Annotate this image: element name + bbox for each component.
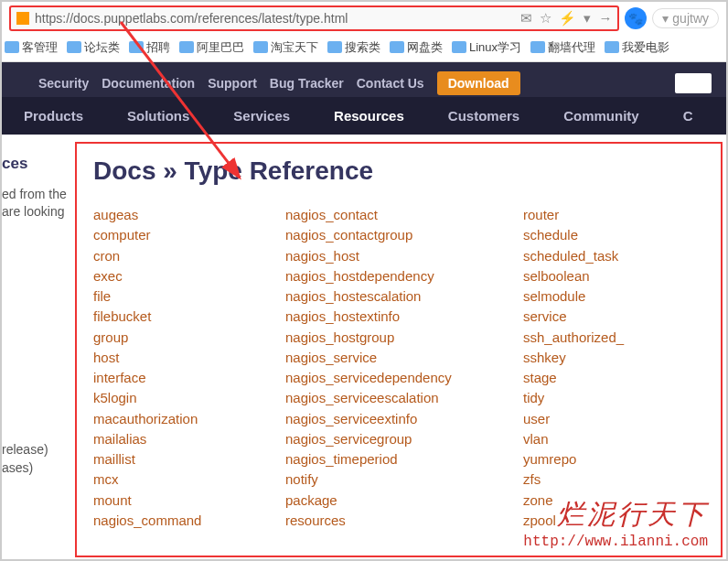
type-link[interactable]: macauthorization (93, 410, 285, 428)
search-input[interactable] (675, 73, 712, 93)
bookmark-item[interactable]: 网盘类 (387, 39, 445, 56)
bookmark-item[interactable]: 搜索类 (325, 39, 383, 56)
type-link[interactable]: selmodule (523, 287, 669, 306)
folder-icon (390, 41, 404, 53)
type-link[interactable]: computer (93, 226, 285, 244)
type-link[interactable]: exec (93, 267, 285, 286)
type-link[interactable]: nagios_hostextinfo (285, 307, 523, 326)
main-nav: ProductsSolutionsServicesResourcesCustom… (2, 97, 726, 135)
bookmark-item[interactable]: Linux学习 (449, 39, 524, 56)
type-link[interactable]: nagios_servicedependency (285, 369, 523, 387)
user-menu[interactable]: ▾ gujtwy (652, 8, 719, 28)
type-link[interactable]: file (93, 287, 285, 306)
type-link[interactable]: maillist (93, 450, 285, 469)
topnav-link[interactable]: Security (38, 76, 89, 91)
type-link[interactable]: ssh_authorized_ (523, 329, 669, 347)
folder-icon (530, 41, 545, 53)
bookmarks-bar: 客管理论坛类招聘阿里巴巴淘宝天下搜索类网盘类Linux学习翻墙代理我爱电影 (2, 35, 726, 62)
top-nav: Security Documentation Support Bug Track… (2, 62, 726, 97)
mainnav-item[interactable]: Services (211, 97, 312, 135)
url-text: https://docs.puppetlabs.com/references/l… (35, 11, 520, 26)
bookmark-item[interactable]: 阿里巴巴 (177, 39, 247, 56)
url-input-wrapper[interactable]: https://docs.puppetlabs.com/references/l… (9, 5, 619, 31)
type-link[interactable]: nagios_hostgroup (285, 329, 523, 347)
site-header: Security Documentation Support Bug Track… (2, 62, 726, 135)
type-link[interactable]: tidy (523, 389, 669, 407)
type-link[interactable]: nagios_contact (285, 206, 523, 224)
bookmark-label: 阿里巴巴 (197, 39, 244, 56)
type-link[interactable]: scheduled_task (523, 247, 669, 265)
type-link[interactable]: router (523, 206, 669, 224)
bookmark-item[interactable]: 论坛类 (64, 39, 123, 56)
topnav-link[interactable]: Contact Us (357, 76, 424, 91)
type-link[interactable]: zfs (523, 470, 669, 489)
watermark-url: http://www.ilanni.com (523, 534, 708, 550)
type-link[interactable]: nagios_serviceescalation (285, 389, 523, 407)
sidebar-heading: ces (2, 153, 68, 175)
type-link[interactable]: schedule (523, 226, 669, 244)
type-link[interactable]: notify (285, 470, 523, 489)
bookmark-item[interactable]: 淘宝天下 (251, 39, 321, 56)
sidebar-text: ed from the (2, 186, 68, 204)
topnav-link[interactable]: Bug Tracker (270, 76, 344, 91)
mainnav-item[interactable]: Customers (426, 97, 541, 135)
folder-icon (452, 41, 466, 53)
mainnav-item[interactable]: Solutions (105, 97, 211, 135)
type-link[interactable]: k5login (93, 389, 285, 407)
type-link[interactable]: group (93, 329, 285, 347)
type-link[interactable]: filebucket (93, 307, 285, 326)
type-link[interactable]: yumrepo (523, 450, 669, 469)
type-link[interactable]: mcx (93, 470, 285, 489)
sidebar-text: release) (2, 441, 68, 459)
bookmark-label: 论坛类 (84, 39, 120, 56)
type-link[interactable]: interface (93, 369, 285, 387)
type-link[interactable]: nagios_servicegroup (285, 430, 523, 448)
download-button[interactable]: Download (437, 71, 520, 95)
type-link[interactable]: nagios_host (285, 247, 523, 265)
type-link[interactable]: stage (523, 369, 669, 387)
bookmark-item[interactable]: 招聘 (126, 39, 173, 56)
type-link[interactable]: nagios_hostdependency (285, 267, 523, 286)
type-link[interactable]: mount (93, 491, 285, 510)
sidebar-text: are looking (2, 203, 68, 221)
type-link[interactable]: package (285, 491, 523, 510)
type-link[interactable]: nagios_hostescalation (285, 287, 523, 306)
mainnav-item[interactable]: Resources (312, 97, 426, 135)
type-link[interactable]: nagios_service (285, 349, 523, 367)
watermark: 烂泥行天下 http://www.ilanni.com (523, 496, 708, 550)
type-link[interactable]: mailalias (93, 430, 285, 448)
type-link[interactable]: selboolean (523, 267, 669, 286)
type-link[interactable]: resources (285, 512, 523, 530)
mainnav-item[interactable]: C (661, 97, 715, 135)
type-link[interactable]: vlan (523, 430, 669, 448)
go-arrow-icon[interactable]: → (598, 10, 612, 27)
type-link[interactable]: nagios_contactgroup (285, 226, 523, 244)
bookmark-item[interactable]: 我爱电影 (602, 39, 672, 56)
star-icon[interactable]: ☆ (540, 10, 551, 27)
type-link[interactable]: nagios_command (93, 512, 285, 530)
mainnav-item[interactable]: Products (2, 97, 105, 135)
bookmark-item[interactable]: 客管理 (2, 39, 60, 56)
type-link[interactable]: host (93, 349, 285, 367)
sidebar-fragment: ces ed from the are looking release) ase… (2, 135, 75, 561)
type-link[interactable]: cron (93, 247, 285, 265)
bookmark-label: 我爱电影 (622, 39, 669, 56)
bookmark-label: 搜索类 (345, 39, 380, 56)
bookmark-label: 客管理 (22, 39, 58, 56)
type-link[interactable]: service (523, 307, 669, 326)
type-link[interactable]: sshkey (523, 349, 669, 367)
type-link[interactable]: nagios_serviceextinfo (285, 410, 523, 428)
browser-profile-icon[interactable]: 🐾 (625, 7, 647, 29)
mail-icon[interactable]: ✉ (520, 10, 532, 27)
folder-icon (605, 41, 619, 53)
chevron-down-icon[interactable]: ▾ (583, 10, 591, 27)
type-link[interactable]: nagios_timeperiod (285, 450, 523, 469)
type-link[interactable]: user (523, 410, 669, 428)
type-reference-grid: augeasnagios_contactroutercomputernagios… (93, 206, 704, 530)
mainnav-item[interactable]: Community (541, 97, 661, 135)
topnav-link[interactable]: Documentation (102, 76, 195, 91)
bolt-icon[interactable]: ⚡ (559, 10, 576, 27)
type-link[interactable]: augeas (93, 206, 285, 224)
topnav-link[interactable]: Support (208, 76, 257, 91)
bookmark-item[interactable]: 翻墙代理 (528, 39, 598, 56)
